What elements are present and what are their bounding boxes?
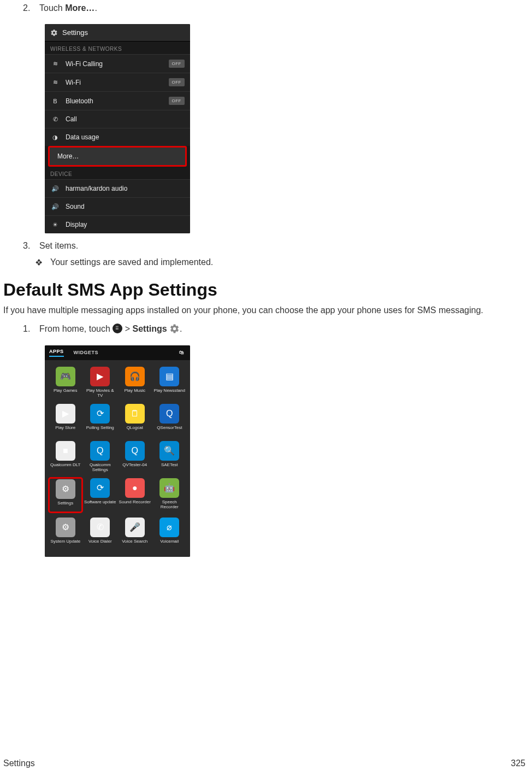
settings-row[interactable]: 🔊harman/kardon audio [45, 179, 190, 197]
app-qualcomm-dlt[interactable]: ■Qualcomm DLT [49, 441, 82, 473]
app-play-games[interactable]: 🎮Play Games [49, 367, 82, 398]
app-play-music[interactable]: 🎧Play Music [119, 367, 151, 398]
app-icon: 🎤 [125, 518, 145, 537]
app-qvtester-04[interactable]: QQVTester-04 [119, 441, 151, 473]
toggle-off[interactable]: OFF [169, 60, 185, 68]
app-label: Play Games [54, 389, 78, 398]
app-label: Voice Dialer [88, 539, 112, 549]
step-number: 3. [23, 241, 39, 251]
app-icon: 🗒 [125, 404, 145, 424]
row-icon: 🔊 [50, 203, 60, 210]
app-play-store[interactable]: ▶Play Store [49, 404, 82, 436]
app-label: QVTester-04 [122, 463, 147, 473]
step-text: From home, touch ⠿ > Settings . [39, 324, 529, 334]
row-label: Display [66, 221, 185, 228]
settings-screenshot: Settings WIRELESS & NETWORKS ≋Wi-Fi Call… [45, 24, 190, 233]
settings-row[interactable]: ◑Data usage [45, 128, 190, 146]
app-qualcomm-settings[interactable]: QQualcomm Settings [84, 441, 117, 473]
app-settings[interactable]: ⚙Settings [49, 478, 82, 512]
row-label: Sound [66, 203, 185, 210]
app-label: Play Music [124, 389, 145, 398]
settings-row[interactable]: BBluetoothOFF [45, 91, 190, 110]
row-icon: ≋ [50, 79, 60, 86]
toggle-off[interactable]: OFF [169, 78, 185, 86]
app-label: Play Movies & TV [84, 389, 117, 398]
app-label: Voicemail [160, 539, 179, 549]
app-speech-recorder[interactable]: 🤖Speech Recorder [153, 478, 186, 512]
app-label: System Update [50, 539, 80, 549]
tab-widgets[interactable]: WIDGETS [74, 350, 99, 355]
row-icon: ☀ [50, 221, 60, 228]
step-3: 3. Set items. [23, 241, 529, 251]
settings-gear-icon [169, 324, 180, 334]
section-body: If you have multiple messaging apps inst… [3, 304, 529, 316]
apps-screenshot: APPS WIDGETS 🛍 🎮Play Games▶Play Movies &… [45, 345, 190, 557]
app-system-update[interactable]: ⚙System Update [49, 518, 82, 549]
app-label: Speech Recorder [153, 500, 186, 510]
app-sound-recorder[interactable]: ●Sound Recorder [119, 478, 151, 512]
settings-title: Settings [62, 28, 88, 37]
row-icon: B [50, 98, 60, 104]
app-label: SAETest [161, 463, 178, 473]
app-play-movies-tv[interactable]: ▶Play Movies & TV [84, 367, 117, 398]
settings-row[interactable]: ≋Wi-FiOFF [45, 73, 190, 91]
app-icon: ▶ [90, 367, 110, 386]
app-label: Voice Search [122, 539, 147, 549]
result-text: Your settings are saved and implemented. [50, 257, 213, 268]
app-qsensortest[interactable]: QQSensorTest [153, 404, 186, 436]
footer-section: Settings [3, 759, 35, 768]
settings-row[interactable]: ☀Display [45, 215, 190, 233]
app-label: Qualcomm Settings [84, 463, 117, 473]
settings-row[interactable]: ✆Call [45, 110, 190, 128]
app-icon: ⟳ [90, 478, 110, 498]
section-heading: Default SMS App Settings [3, 280, 529, 300]
section-header-device: DEVICE [45, 167, 190, 179]
app-icon: ⚙ [56, 479, 75, 499]
app-label: Play Store [55, 426, 75, 436]
app-saetest[interactable]: 🔍SAETest [153, 441, 186, 473]
row-label: harman/kardon audio [66, 185, 185, 192]
app-voicemail[interactable]: ⌀Voicemail [153, 518, 186, 549]
step-text: Set items. [39, 241, 529, 251]
app-icon: ■ [56, 441, 75, 461]
settings-row[interactable]: 🔊Sound [45, 197, 190, 215]
row-icon: ◑ [50, 134, 60, 141]
app-icon: 🎧 [125, 367, 145, 386]
app-label: QSensorTest [157, 426, 182, 436]
footer-page-number: 325 [511, 759, 525, 768]
app-play-newsstand[interactable]: ▤Play Newsstand [153, 367, 186, 398]
row-icon: ≋ [50, 60, 60, 67]
app-voice-search[interactable]: 🎤Voice Search [119, 518, 151, 549]
app-icon: Q [159, 404, 179, 424]
app-polling-setting[interactable]: ⟳Polling Setting [84, 404, 117, 436]
app-label: Software update [84, 500, 116, 510]
step-number: 2. [23, 3, 39, 13]
step-text: Touch More…. [39, 3, 529, 13]
app-qlogcat[interactable]: 🗒QLogcat [119, 404, 151, 436]
tab-apps[interactable]: APPS [49, 349, 64, 357]
app-icon: 🎮 [56, 367, 75, 386]
step-2: 2. Touch More…. [23, 3, 529, 13]
app-icon: Q [125, 441, 145, 461]
toggle-off[interactable]: OFF [169, 97, 185, 105]
app-label: Polling Setting [86, 426, 114, 436]
settings-row[interactable]: ≋Wi-Fi CallingOFF [45, 54, 190, 73]
sms-step-1: 1. From home, touch ⠿ > Settings . [23, 324, 529, 334]
row-label: Call [66, 115, 185, 123]
app-icon: Q [90, 441, 110, 461]
app-icon: 🤖 [159, 478, 179, 498]
row-label: Wi-Fi [66, 79, 169, 86]
app-icon: 🔍 [159, 441, 179, 461]
app-label: Settings [57, 501, 73, 511]
section-header-wireless: WIRELESS & NETWORKS [45, 42, 190, 54]
app-software-update[interactable]: ⟳Software update [84, 478, 117, 512]
settings-row-more[interactable]: More… [48, 146, 187, 167]
app-icon: ● [125, 478, 145, 498]
shop-icon[interactable]: 🛍 [178, 350, 186, 355]
app-voice-dialer[interactable]: ✆Voice Dialer [84, 518, 117, 549]
app-label: Sound Recorder [119, 500, 151, 510]
settings-title-bar: Settings [45, 24, 190, 42]
row-label: Bluetooth [66, 97, 169, 105]
row-label: Wi-Fi Calling [66, 60, 169, 68]
app-label: QLogcat [127, 426, 143, 436]
